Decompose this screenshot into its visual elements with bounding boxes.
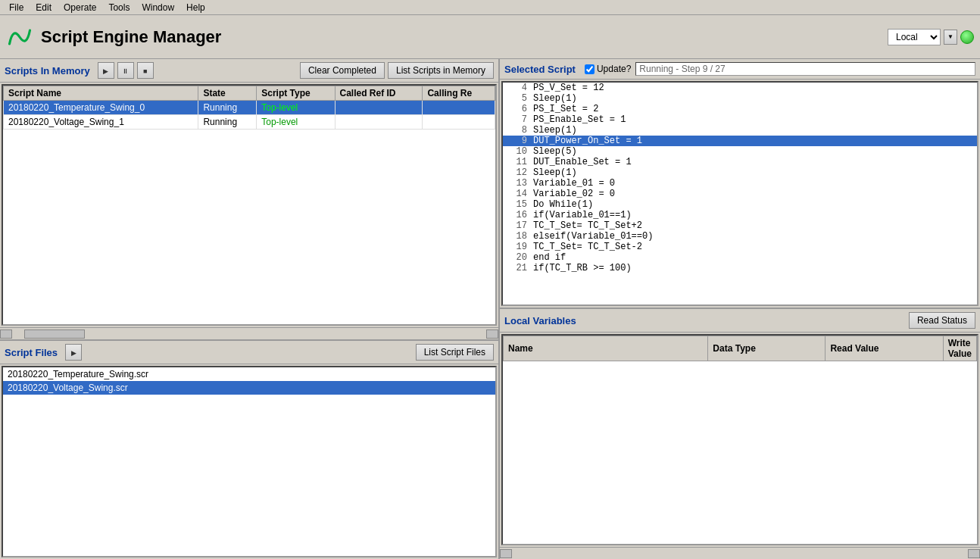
line-number: 21 [506,263,527,273]
line-code: DUT_Power_On_Set = 1 [533,136,642,146]
code-line[interactable]: 19TC_T_Set= TC_T_Set-2 [503,242,977,252]
col-name: Name [504,336,708,361]
col-calling-ref: Calling Re [423,86,495,101]
line-number: 17 [506,220,527,231]
line-code: if(Variable_01==1) [533,210,632,220]
script-files-title: Script Files [5,347,58,358]
scripts-in-memory-header: Scripts In Memory Clear Completed List S… [0,59,498,83]
code-line[interactable]: 18elseif(Variable_01==0) [503,231,977,242]
line-number: 5 [506,93,527,104]
list-script-files-button[interactable]: List Script Files [416,344,494,361]
connection-area: Local ▼ [888,29,974,45]
connection-select[interactable]: Local [888,29,941,45]
code-line[interactable]: 11DUT_Enable_Set = 1 [503,157,977,167]
menu-help[interactable]: Help [180,1,211,14]
scripts-hscroll-thumb[interactable] [24,329,85,339]
code-line[interactable]: 12Sleep(1) [503,167,977,178]
local-variables-section: Local Variables Read Status Name Data Ty… [500,309,980,559]
code-line[interactable]: 8Sleep(1) [503,125,977,136]
stop-button[interactable] [137,62,154,79]
list-item[interactable]: 20180220_Temperature_Swing.scr [3,367,495,381]
code-line[interactable]: 13Variable_01 = 0 [503,178,977,189]
line-code: PS_Enable_Set = 1 [533,114,626,125]
line-code: Sleep(1) [533,125,577,136]
col-script-name: Script Name [4,86,198,101]
update-checkbox-area: Update? [585,64,631,74]
pause-button[interactable] [117,62,134,79]
line-number: 15 [506,199,527,210]
code-line[interactable]: 14Variable_02 = 0 [503,189,977,199]
scripts-table-container: Script Name State Script Type Called Ref… [2,84,497,326]
menubar: File Edit Operate Tools Window Help [0,0,980,15]
play-button[interactable] [98,62,114,79]
code-line[interactable]: 17TC_T_Set= TC_T_Set+2 [503,220,977,231]
read-status-button[interactable]: Read Status [909,312,975,329]
code-line[interactable]: 7PS_Enable_Set = 1 [503,114,977,125]
pause-icon [122,67,129,75]
script-files-play-button[interactable] [65,344,82,361]
col-script-type: Script Type [257,86,335,101]
update-checkbox[interactable] [585,64,595,74]
code-line[interactable]: 4PS_V_Set = 12 [503,83,977,93]
line-code: Sleep(5) [533,146,577,157]
main-content: Scripts In Memory Clear Completed List S… [0,59,980,559]
menu-window[interactable]: Window [136,1,180,14]
code-line[interactable]: 21if(TC_T_RB >= 100) [503,263,977,273]
stop-icon [143,67,147,75]
status-box: Running - Step 9 / 27 [635,62,975,76]
line-code: end if [533,252,566,263]
local-var-hscroll[interactable] [500,547,980,559]
line-number: 4 [506,83,527,93]
menu-operate[interactable]: Operate [58,1,102,14]
code-line[interactable]: 10Sleep(5) [503,146,977,157]
list-item[interactable]: 20180220_Voltage_Swing.scr [3,381,495,395]
code-line[interactable]: 16if(Variable_01==1) [503,210,977,220]
script-files-list: 20180220_Temperature_Swing.scr20180220_V… [2,366,497,557]
line-number: 20 [506,252,527,263]
scripts-table: Script Name State Script Type Called Ref… [3,86,495,130]
menu-edit[interactable]: Edit [30,1,58,14]
table-row[interactable]: 20180220_Voltage_Swing_1RunningTop-level [4,115,495,130]
script-files-play-icon [71,348,76,357]
menu-tools[interactable]: Tools [102,1,136,14]
left-panel: Scripts In Memory Clear Completed List S… [0,59,500,559]
app-title: Script Engine Manager [41,27,888,47]
script-files-section: Script Files List Script Files 20180220_… [0,339,498,559]
line-code: DUT_Enable_Set = 1 [533,157,632,167]
code-line[interactable]: 6PS_I_Set = 2 [503,104,977,114]
code-line[interactable]: 5Sleep(1) [503,93,977,104]
col-state: State [198,86,257,101]
connection-indicator [960,30,974,44]
col-data-type: Data Type [708,336,826,361]
play-icon [103,67,108,75]
col-write-value: Write Value [943,336,976,361]
line-code: Sleep(1) [533,93,577,104]
selected-script-section: Selected Script Update? Running - Step 9… [500,59,980,309]
line-number: 11 [506,157,527,167]
right-panel: Selected Script Update? Running - Step 9… [500,59,980,559]
scripts-hscroll[interactable] [0,327,498,339]
col-called-ref-id: Called Ref ID [335,86,423,101]
local-var-table: Name Data Type Read Value Write Value [503,336,977,361]
line-code: elseif(Variable_01==0) [533,231,653,242]
line-code: PS_I_Set = 2 [533,104,598,114]
table-row[interactable]: 20180220_Temperature_Swing_0RunningTop-l… [4,101,495,115]
line-number: 14 [506,189,527,199]
local-var-title: Local Variables [504,315,576,326]
menu-file[interactable]: File [3,1,30,14]
code-line[interactable]: 20end if [503,252,977,263]
line-code: Sleep(1) [533,167,577,178]
local-var-table-container: Name Data Type Read Value Write Value [501,334,978,545]
code-line[interactable]: 15Do While(1) [503,199,977,210]
selected-script-title: Selected Script [504,64,576,75]
line-number: 18 [506,231,527,242]
line-code: Variable_02 = 0 [533,189,615,199]
line-code: Do While(1) [533,199,593,210]
line-code: Variable_01 = 0 [533,178,615,189]
code-line[interactable]: 9DUT_Power_On_Set = 1 [503,136,977,146]
clear-completed-button[interactable]: Clear Completed [300,62,385,79]
line-number: 12 [506,167,527,178]
list-scripts-button[interactable]: List Scripts in Memory [388,62,494,79]
line-code: TC_T_Set= TC_T_Set+2 [533,220,642,231]
connection-arrow-btn[interactable]: ▼ [944,30,957,45]
